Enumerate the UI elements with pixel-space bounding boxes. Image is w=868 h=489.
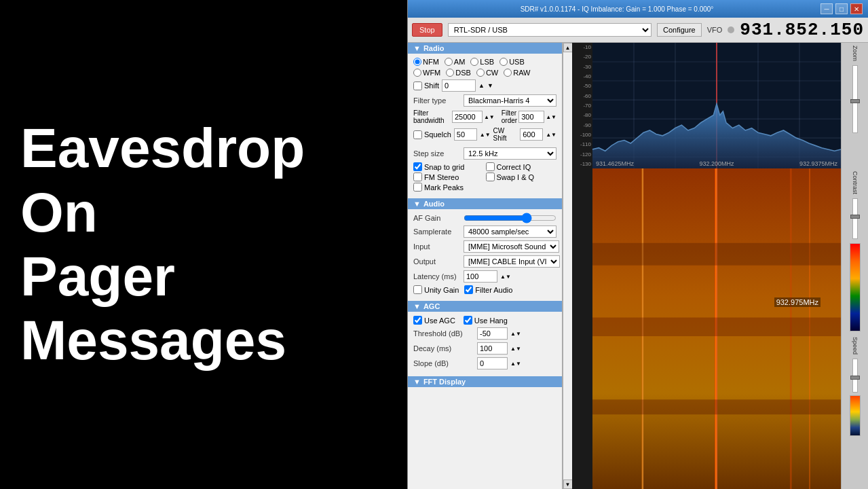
filter-audio-label[interactable]: Filter Audio	[464, 285, 512, 294]
shift-spin-up[interactable]: ▲	[478, 82, 485, 89]
latency-row: Latency (ms) ▲▼	[413, 270, 556, 283]
audio-input-select[interactable]: [MME] Microsoft Sound	[464, 240, 559, 253]
mode-am[interactable]: AM	[445, 58, 466, 66]
filter-type-row: Filter type Blackman-Harris 4	[413, 94, 556, 107]
restore-button[interactable]: □	[835, 3, 848, 14]
waterfall-svg	[592, 168, 841, 489]
vfo-frequency: 931.852.150	[740, 20, 864, 40]
latency-spin[interactable]: ▲▼	[500, 274, 511, 280]
zoom-control: Zoom	[841, 43, 868, 168]
zoom-slider-thumb[interactable]	[850, 99, 860, 103]
waterfall-canvas[interactable]: 932.975MHz	[592, 168, 841, 489]
configure-button[interactable]: Configure	[657, 23, 702, 37]
mode-lsb[interactable]: LSB	[470, 58, 494, 66]
mark-peaks-checkbox[interactable]	[413, 183, 422, 192]
squelch-label[interactable]: Squelch	[413, 130, 451, 139]
device-select[interactable]: RTL-SDR / USB	[448, 23, 652, 37]
contrast-slider-thumb[interactable]	[850, 215, 860, 219]
svg-rect-23	[592, 318, 841, 336]
fft-section-arrow: ▼	[413, 378, 421, 386]
slope-label: Slope (dB)	[413, 359, 474, 367]
unity-gain-checkbox[interactable]	[413, 285, 422, 294]
mode-raw[interactable]: RAW	[504, 69, 530, 77]
radio-section-header[interactable]: ▼ Radio	[408, 43, 562, 54]
snap-to-grid-label[interactable]: Snap to grid	[413, 162, 485, 171]
radio-section-arrow: ▼	[413, 44, 421, 52]
fm-stereo-label[interactable]: FM Stereo	[413, 173, 485, 181]
audio-input-row: Input [MME] Microsoft Sound	[413, 240, 556, 253]
zoom-label: Zoom	[852, 46, 858, 61]
agc-section-header[interactable]: ▼ AGC	[408, 301, 562, 312]
unity-gain-label[interactable]: Unity Gain	[413, 285, 459, 294]
cw-spin[interactable]: ▲▼	[546, 132, 556, 138]
mode-usb[interactable]: USB	[499, 58, 525, 66]
threshold-row: Threshold (dB) ▲▼	[413, 327, 556, 340]
vfo-area: Stop RTL-SDR / USB Configure VFO 931.852…	[408, 18, 868, 43]
shift-spin-down[interactable]: ▼	[487, 82, 493, 89]
snap-to-grid-checkbox[interactable]	[413, 162, 422, 171]
scroll-up-arrow[interactable]: ▲	[563, 43, 573, 52]
audio-output-select[interactable]: [MME] CABLE Input (VI	[464, 255, 560, 268]
correct-iq-checkbox[interactable]	[486, 162, 495, 171]
vfo-label: VFO	[707, 26, 723, 34]
sdr-application: SDR# v1.0.0.1174 - IQ Imbalance: Gain = …	[407, 0, 868, 489]
shift-input[interactable]	[442, 79, 476, 92]
shift-checkbox-label[interactable]: Shift	[413, 82, 439, 90]
filter-order-input[interactable]	[518, 111, 544, 123]
decay-input[interactable]	[477, 342, 508, 355]
mode-wfm[interactable]: WFM	[413, 69, 440, 77]
zoom-slider-track[interactable]	[852, 65, 858, 133]
freq-label-right: 932.9375MHz	[799, 160, 837, 167]
fm-stereo-checkbox[interactable]	[413, 173, 422, 181]
spectrum-canvas[interactable]: 931.4625MHz 932.200MHz 932.9375MHz	[592, 43, 841, 168]
close-button[interactable]: ✕	[850, 3, 863, 14]
minimize-button[interactable]: ─	[820, 3, 833, 14]
left-panel: Eavesdrop On Pager Messages	[0, 0, 407, 489]
slope-spin[interactable]: ▲▼	[510, 361, 521, 367]
mode-nfm[interactable]: NFM	[413, 58, 439, 66]
scroll-down-arrow[interactable]: ▼	[563, 479, 573, 489]
sq-spin[interactable]: ▲▼	[480, 132, 491, 138]
use-agc-label[interactable]: Use AGC	[413, 316, 455, 325]
cw-shift-input[interactable]	[520, 128, 543, 141]
decay-spin[interactable]: ▲▼	[510, 346, 521, 352]
speed-slider-track[interactable]	[852, 359, 858, 393]
stop-button[interactable]: Stop	[412, 23, 442, 37]
use-agc-checkbox[interactable]	[413, 316, 422, 325]
threshold-input[interactable]	[477, 327, 508, 340]
squelch-row: Squelch ▲▼	[413, 127, 491, 142]
slope-input[interactable]	[477, 357, 508, 369]
contrast-label: Contrast	[852, 171, 858, 194]
contrast-slider-track[interactable]	[852, 198, 858, 239]
decay-label: Decay (ms)	[413, 344, 474, 352]
use-hang-label[interactable]: Use Hang	[464, 316, 508, 325]
fo-spin[interactable]: ▲▼	[546, 114, 556, 120]
step-size-row: Step size 12.5 kHz	[413, 147, 556, 160]
svg-marker-12	[592, 104, 841, 168]
squelch-input[interactable]	[454, 128, 477, 141]
threshold-spin[interactable]: ▲▼	[510, 331, 521, 337]
swap-iq-checkbox[interactable]	[486, 173, 495, 181]
mode-dsb[interactable]: DSB	[446, 69, 471, 77]
agc-section-arrow: ▼	[413, 302, 421, 310]
fft-section-header[interactable]: ▼ FFT Display	[408, 376, 562, 387]
waterfall-container[interactable]: 932.975MHz Contrast Speed	[572, 168, 868, 489]
samplerate-select[interactable]: 48000 sample/sec	[464, 225, 556, 238]
swap-iq-label[interactable]: Swap I & Q	[486, 173, 557, 181]
agc-section-label: AGC	[423, 302, 440, 310]
correct-iq-label[interactable]: Correct IQ	[486, 162, 557, 171]
bw-spin[interactable]: ▲▼	[484, 114, 495, 120]
af-gain-slider[interactable]	[464, 213, 556, 223]
filter-bw-input[interactable]	[452, 111, 483, 123]
step-size-select[interactable]: 12.5 kHz	[464, 147, 556, 160]
filter-type-select[interactable]: Blackman-Harris 4	[464, 94, 556, 107]
audio-section-header[interactable]: ▼ Audio	[408, 198, 562, 209]
filter-audio-checkbox[interactable]	[464, 285, 473, 294]
use-hang-checkbox[interactable]	[464, 316, 472, 325]
mode-cw[interactable]: CW	[476, 69, 498, 77]
latency-input[interactable]	[464, 270, 497, 283]
mark-peaks-label[interactable]: Mark Peaks	[413, 183, 556, 192]
control-panel-scrollbar[interactable]: ▲ ▼	[563, 43, 572, 489]
speed-color-scale	[850, 395, 861, 436]
speed-slider-thumb[interactable]	[850, 376, 860, 380]
